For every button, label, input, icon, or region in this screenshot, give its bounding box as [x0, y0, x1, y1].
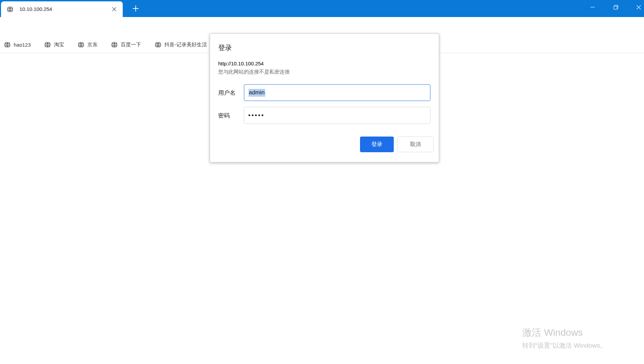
tab-strip: 10.10.100.254	[0, 0, 644, 17]
window-minimize-button[interactable]	[585, 0, 600, 14]
bookmark-taobao[interactable]: 淘宝	[44, 42, 64, 48]
username-value-selected: admin	[249, 89, 265, 97]
bookmark-baidu[interactable]: 百度一下	[111, 42, 141, 48]
password-input[interactable]: •••••	[244, 107, 431, 124]
tab-close-icon[interactable]	[111, 6, 118, 13]
globe-favicon-icon	[7, 6, 13, 13]
new-tab-button[interactable]	[132, 4, 140, 13]
browser-window: 10.10.100.254	[0, 0, 644, 364]
dialog-security-warning: 您与此网站的连接不是私密连接	[218, 69, 431, 75]
username-input[interactable]: admin	[244, 84, 431, 101]
bookmark-douyin[interactable]: 抖音-记录美好生活	[155, 42, 207, 48]
watermark-title: 激活 Windows	[522, 326, 606, 339]
window-close-button[interactable]	[631, 0, 644, 14]
tab-title: 10.10.100.254	[19, 1, 52, 17]
bookmark-hao123[interactable]: hao123	[4, 42, 31, 48]
password-masked-value: •••••	[248, 107, 265, 124]
globe-favicon-icon	[78, 42, 84, 48]
watermark-subtitle: 转到“设置”以激活 Windows。	[522, 341, 606, 350]
cancel-button[interactable]: 取消	[397, 137, 434, 152]
dialog-title: 登录	[218, 43, 431, 52]
username-label: 用户名	[218, 89, 244, 97]
bookmark-label: 京东	[87, 42, 98, 48]
login-button[interactable]: 登录	[360, 137, 394, 152]
browser-tab[interactable]: 10.10.100.254	[1, 1, 123, 17]
bookmark-jd[interactable]: 京东	[78, 42, 98, 48]
windows-activation-watermark: 激活 Windows 转到“设置”以激活 Windows。	[522, 326, 606, 350]
globe-favicon-icon	[111, 42, 118, 48]
dialog-origin-url: http://10.10.100.254	[218, 61, 431, 66]
bookmark-label: 淘宝	[54, 42, 64, 48]
bookmark-label: hao123	[14, 42, 31, 48]
bookmark-label: 百度一下	[121, 42, 141, 48]
login-dialog: 登录 http://10.10.100.254 您与此网站的连接不是私密连接 用…	[210, 33, 439, 162]
globe-favicon-icon	[44, 42, 51, 48]
dialog-button-row: 登录 取消	[218, 137, 434, 152]
password-label: 密码	[218, 112, 244, 120]
globe-favicon-icon	[4, 42, 11, 48]
window-restore-button[interactable]	[608, 0, 624, 14]
bookmark-label: 抖音-记录美好生活	[164, 42, 207, 48]
globe-favicon-icon	[155, 42, 161, 48]
